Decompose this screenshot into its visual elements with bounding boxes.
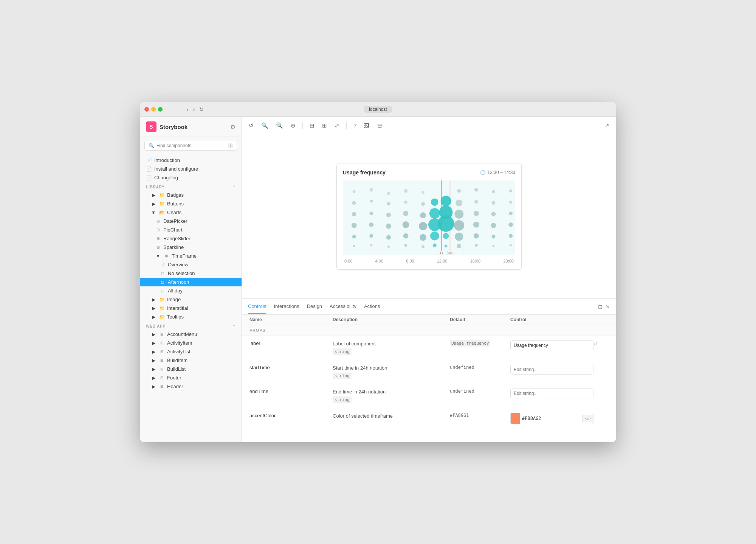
x-label-0: 0:00: [344, 259, 352, 263]
svg-point-19: [431, 198, 438, 206]
color-picker-control[interactable]: #FB8A62 </>: [510, 413, 593, 424]
svg-point-39: [403, 221, 409, 228]
sidebar-item-rangeslider[interactable]: ⊞ RangeSlider: [140, 234, 242, 243]
maximize-button[interactable]: [158, 107, 163, 112]
prop-name-starttime: startTime: [249, 365, 333, 370]
webapp-section-label: WEB APP: [146, 324, 166, 328]
svg-point-60: [387, 246, 390, 248]
sidebar-item-datepicker[interactable]: ⊞ DatePicker: [140, 217, 242, 225]
chevron-right-icon: ▶: [150, 358, 156, 363]
code-icon[interactable]: </>: [582, 415, 593, 422]
help-button[interactable]: ?: [351, 121, 359, 130]
search-input[interactable]: [156, 143, 226, 148]
sidebar-item-sparkline[interactable]: ⊞ Sparkline: [140, 243, 242, 252]
minimize-button[interactable]: [151, 107, 156, 112]
zoom-out-button[interactable]: 🔍: [274, 121, 285, 131]
prop-control-label[interactable]: [510, 340, 593, 350]
tab-actions[interactable]: Actions: [364, 300, 380, 314]
image-button[interactable]: 🖼: [362, 121, 372, 130]
sidebar-item-activityitem[interactable]: ▶ ⊞ ActivityItem: [140, 339, 242, 347]
sidebar-item-builditem[interactable]: ▶ ⊞ BuildItem: [140, 356, 242, 365]
library-section-header: LIBRARY ⌃: [140, 182, 242, 191]
url-bar[interactable]: localhost: [364, 106, 392, 113]
sidebar-item-interstitial[interactable]: ▶ 📁 Interstitial: [140, 304, 242, 312]
library-section-label: LIBRARY: [146, 185, 165, 189]
sidebar-item-label: DatePicker: [163, 218, 187, 224]
zoom-in-button[interactable]: 🔍: [259, 121, 271, 131]
sidebar-item-changelog[interactable]: 📄 Changelog: [140, 173, 242, 182]
tab-design[interactable]: Design: [307, 300, 322, 314]
prop-control-endtime[interactable]: [510, 389, 593, 398]
component-icon: ⊞: [159, 376, 165, 380]
title-bar: ‹ › ↻ localhost: [140, 102, 616, 117]
reset-button[interactable]: ↺: [593, 341, 598, 347]
prop-control-accentcolor[interactable]: #FB8A62 </>: [510, 413, 593, 424]
svg-rect-74: [451, 252, 452, 254]
collapse-icon[interactable]: ⌃: [232, 324, 235, 328]
sidebar-item-no-selection[interactable]: ◻ No selection: [140, 269, 242, 278]
sidebar-item-header[interactable]: ▶ ⊞ Header: [140, 382, 242, 391]
external-link-button[interactable]: ↗: [602, 121, 612, 131]
svg-point-65: [457, 244, 461, 248]
sidebar-item-timeframe[interactable]: ▼ ⊞ TimeFrame: [140, 252, 242, 260]
sidebar-item-piechart[interactable]: ⊞ PieChart: [140, 225, 242, 234]
zoom-reset-button[interactable]: ⊕: [288, 121, 298, 131]
sidebar-item-install[interactable]: 📄 Install and configure: [140, 165, 242, 173]
sidebar-item-activitylist[interactable]: ▶ ⊞ ActivityList: [140, 347, 242, 356]
table-header-row: Name Description Default Control: [242, 315, 616, 325]
label-control-input[interactable]: [510, 340, 593, 350]
reset-cell: ↺: [593, 340, 609, 347]
chart-body: [343, 180, 515, 256]
sidebar-item-charts[interactable]: ▼ 📂 Charts: [140, 208, 242, 217]
app-body: S Storybook ⚙ 🔍 / 📄 Introduction 📄 Inst: [140, 117, 616, 442]
sidebar-item-badges[interactable]: ▶ 📁 Badges: [140, 191, 242, 199]
sidebar-item-introduction[interactable]: 📄 Introduction: [140, 156, 242, 165]
svg-point-9: [421, 191, 424, 194]
svg-point-28: [403, 211, 409, 216]
svg-point-38: [386, 224, 391, 229]
tab-interactions[interactable]: Interactions: [274, 300, 299, 314]
panel-close-button[interactable]: ✕: [606, 304, 610, 310]
sidebar-item-label: Sparkline: [163, 244, 184, 250]
component-icon: ⊞: [155, 245, 161, 249]
svg-point-10: [457, 189, 461, 193]
fullscreen-button[interactable]: ⤢: [332, 121, 342, 131]
svg-point-55: [474, 233, 479, 239]
back-button[interactable]: ‹: [185, 106, 190, 113]
frame-button[interactable]: ⊟: [375, 121, 384, 131]
sidebar-item-buttons[interactable]: ▶ 📁 Buttons: [140, 199, 242, 208]
collapse-icon[interactable]: ⌃: [232, 185, 235, 189]
search-bar[interactable]: 🔍 /: [144, 141, 237, 151]
forward-button[interactable]: ›: [192, 106, 197, 113]
close-button[interactable]: [144, 107, 149, 112]
sidebar-item-afternoon[interactable]: ◻ Afternoon: [140, 278, 242, 286]
reload-toolbar-button[interactable]: ↺: [246, 121, 256, 131]
starttime-control-input[interactable]: [510, 365, 593, 375]
component-icon: ⊞: [159, 358, 165, 362]
tab-accessibility[interactable]: Accessibility: [330, 300, 356, 314]
sidebar-item-allday[interactable]: ◻ All day: [140, 286, 242, 295]
endtime-control-input[interactable]: [510, 389, 593, 398]
prop-control-starttime[interactable]: [510, 365, 593, 375]
panel-layout-button[interactable]: ⊟: [598, 304, 603, 310]
sidebar-item-label: Introduction: [154, 157, 180, 163]
color-swatch[interactable]: [511, 413, 520, 424]
sidebar-item-accountmenu[interactable]: ▶ ⊞ AccountMenu: [140, 330, 242, 339]
reload-button[interactable]: ↻: [198, 106, 205, 113]
sidebar-item-overview[interactable]: 📄 Overview: [140, 260, 242, 269]
app-name: Storybook: [160, 124, 187, 130]
svg-point-52: [430, 232, 439, 241]
grid-button[interactable]: ⊞: [320, 121, 329, 131]
sidebar-item-footer[interactable]: ▶ ⊞ Footer: [140, 373, 242, 382]
sidebar-item-tooltips[interactable]: ▶ 📁 Tooltips: [140, 312, 242, 321]
svg-point-35: [509, 211, 513, 215]
component-icon: ⊞: [155, 236, 161, 241]
sidebar-item-image[interactable]: ▶ 📁 Image: [140, 295, 242, 304]
viewport-button[interactable]: ⊟: [307, 121, 317, 131]
settings-icon[interactable]: ⚙: [230, 123, 235, 131]
chart-time-range: 🕐 13:30 – 14:30: [480, 170, 515, 175]
sidebar-item-label: AccountMenu: [167, 331, 197, 337]
sidebar-item-label: BuildItem: [167, 357, 187, 363]
tab-controls[interactable]: Controls: [248, 300, 266, 314]
sidebar-item-buildlist[interactable]: ▶ ⊞ BuildList: [140, 365, 242, 373]
